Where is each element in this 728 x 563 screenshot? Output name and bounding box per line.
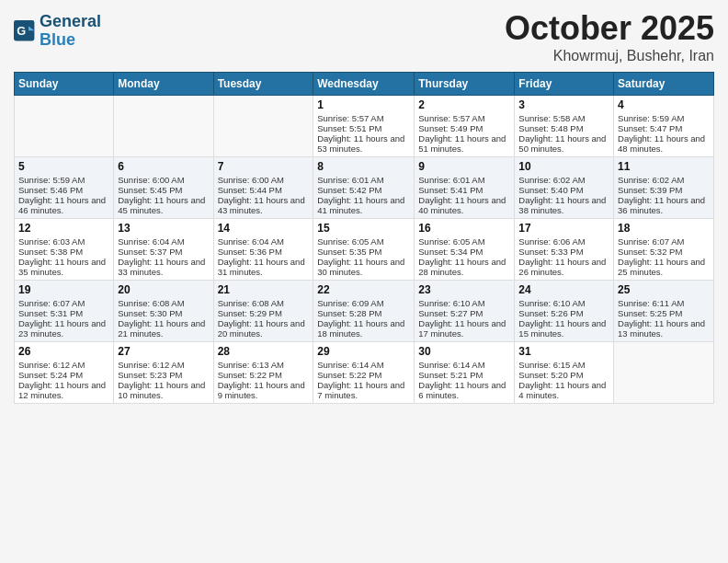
day-info: Daylight: 11 hours and 23 minutes. bbox=[18, 318, 109, 339]
day-info: Sunrise: 6:04 AM bbox=[118, 236, 209, 247]
logo-text: General Blue bbox=[40, 13, 101, 50]
day-info: Sunrise: 6:03 AM bbox=[18, 236, 109, 247]
day-info: Daylight: 11 hours and 31 minutes. bbox=[218, 257, 310, 277]
day-info: Sunset: 5:22 PM bbox=[317, 370, 410, 380]
week-row-1: 1Sunrise: 5:57 AMSunset: 5:51 PMDaylight… bbox=[15, 96, 714, 157]
weekday-header-sunday: Sunday bbox=[15, 73, 114, 96]
day-info: Sunrise: 6:02 AM bbox=[618, 175, 710, 185]
day-info: Daylight: 11 hours and 25 minutes. bbox=[618, 257, 710, 277]
day-info: Sunset: 5:22 PM bbox=[218, 370, 310, 380]
calendar-cell: 24Sunrise: 6:10 AMSunset: 5:26 PMDayligh… bbox=[515, 281, 614, 342]
logo-icon: G bbox=[14, 20, 36, 42]
day-number: 29 bbox=[317, 345, 410, 358]
day-info: Sunset: 5:49 PM bbox=[418, 123, 510, 133]
day-number: 3 bbox=[518, 98, 609, 111]
day-info: Daylight: 11 hours and 50 minutes. bbox=[518, 133, 609, 154]
day-info: Sunrise: 6:01 AM bbox=[418, 175, 510, 185]
day-info: Sunset: 5:21 PM bbox=[418, 370, 510, 380]
calendar-cell: 18Sunrise: 6:07 AMSunset: 5:32 PMDayligh… bbox=[614, 219, 714, 281]
day-info: Sunset: 5:44 PM bbox=[218, 185, 310, 195]
day-info: Sunset: 5:40 PM bbox=[518, 185, 609, 195]
calendar-cell: 28Sunrise: 6:13 AMSunset: 5:22 PMDayligh… bbox=[213, 342, 313, 404]
calendar-cell: 30Sunrise: 6:14 AMSunset: 5:21 PMDayligh… bbox=[415, 342, 515, 404]
day-info: Sunset: 5:28 PM bbox=[317, 308, 410, 318]
day-info: Sunrise: 5:59 AM bbox=[618, 113, 710, 123]
logo-line1: General bbox=[40, 13, 101, 31]
day-info: Sunrise: 6:07 AM bbox=[618, 236, 710, 247]
calendar-cell: 17Sunrise: 6:06 AMSunset: 5:33 PMDayligh… bbox=[515, 219, 614, 281]
day-info: Sunrise: 6:10 AM bbox=[418, 298, 510, 308]
day-number: 27 bbox=[118, 345, 209, 358]
weekday-header-saturday: Saturday bbox=[614, 73, 714, 96]
day-number: 10 bbox=[518, 160, 609, 173]
day-number: 20 bbox=[118, 283, 209, 296]
day-info: Daylight: 11 hours and 45 minutes. bbox=[118, 195, 209, 215]
title-block: October 2025 Khowrmuj, Bushehr, Iran bbox=[505, 9, 714, 64]
day-info: Sunrise: 6:05 AM bbox=[418, 236, 510, 247]
day-info: Daylight: 11 hours and 13 minutes. bbox=[618, 318, 710, 339]
day-info: Daylight: 11 hours and 4 minutes. bbox=[518, 380, 609, 400]
day-info: Daylight: 11 hours and 20 minutes. bbox=[218, 318, 310, 339]
day-info: Daylight: 11 hours and 7 minutes. bbox=[317, 380, 410, 400]
calendar-cell: 14Sunrise: 6:04 AMSunset: 5:36 PMDayligh… bbox=[213, 219, 313, 281]
day-number: 17 bbox=[518, 222, 609, 235]
day-info: Sunrise: 5:57 AM bbox=[418, 113, 510, 123]
calendar-cell bbox=[15, 96, 114, 157]
day-info: Daylight: 11 hours and 10 minutes. bbox=[118, 380, 209, 400]
day-number: 26 bbox=[18, 345, 109, 358]
day-info: Sunrise: 6:08 AM bbox=[218, 298, 310, 308]
day-info: Sunrise: 6:13 AM bbox=[218, 360, 310, 370]
day-info: Sunset: 5:33 PM bbox=[518, 247, 609, 257]
day-info: Sunrise: 6:00 AM bbox=[118, 175, 209, 185]
calendar-cell: 4Sunrise: 5:59 AMSunset: 5:47 PMDaylight… bbox=[614, 96, 714, 157]
calendar-cell: 15Sunrise: 6:05 AMSunset: 5:35 PMDayligh… bbox=[313, 219, 415, 281]
day-number: 11 bbox=[618, 160, 710, 173]
calendar-cell: 26Sunrise: 6:12 AMSunset: 5:24 PMDayligh… bbox=[15, 342, 114, 404]
day-number: 15 bbox=[317, 222, 410, 235]
day-info: Sunrise: 5:57 AM bbox=[317, 113, 410, 123]
calendar-cell: 16Sunrise: 6:05 AMSunset: 5:34 PMDayligh… bbox=[415, 219, 515, 281]
day-info: Daylight: 11 hours and 36 minutes. bbox=[618, 195, 710, 215]
day-info: Daylight: 11 hours and 17 minutes. bbox=[418, 318, 510, 339]
day-info: Daylight: 11 hours and 38 minutes. bbox=[518, 195, 609, 215]
calendar-cell: 13Sunrise: 6:04 AMSunset: 5:37 PMDayligh… bbox=[114, 219, 213, 281]
calendar-cell: 25Sunrise: 6:11 AMSunset: 5:25 PMDayligh… bbox=[614, 281, 714, 342]
day-info: Daylight: 11 hours and 43 minutes. bbox=[218, 195, 310, 215]
calendar-cell: 27Sunrise: 6:12 AMSunset: 5:23 PMDayligh… bbox=[114, 342, 213, 404]
day-info: Daylight: 11 hours and 48 minutes. bbox=[618, 133, 710, 154]
day-info: Daylight: 11 hours and 53 minutes. bbox=[317, 133, 410, 154]
calendar-cell: 1Sunrise: 5:57 AMSunset: 5:51 PMDaylight… bbox=[313, 96, 415, 157]
day-info: Sunset: 5:29 PM bbox=[218, 308, 310, 318]
day-info: Daylight: 11 hours and 26 minutes. bbox=[518, 257, 609, 277]
calendar-cell: 8Sunrise: 6:01 AMSunset: 5:42 PMDaylight… bbox=[313, 157, 415, 219]
day-number: 5 bbox=[18, 160, 109, 173]
day-number: 13 bbox=[118, 222, 209, 235]
weekday-header-row: SundayMondayTuesdayWednesdayThursdayFrid… bbox=[15, 73, 714, 96]
week-row-3: 12Sunrise: 6:03 AMSunset: 5:38 PMDayligh… bbox=[15, 219, 714, 281]
day-info: Sunset: 5:23 PM bbox=[118, 370, 209, 380]
calendar-cell: 22Sunrise: 6:09 AMSunset: 5:28 PMDayligh… bbox=[313, 281, 415, 342]
day-info: Sunrise: 6:10 AM bbox=[518, 298, 609, 308]
day-info: Sunrise: 6:07 AM bbox=[18, 298, 109, 308]
calendar-cell: 5Sunrise: 5:59 AMSunset: 5:46 PMDaylight… bbox=[15, 157, 114, 219]
calendar-cell: 31Sunrise: 6:15 AMSunset: 5:20 PMDayligh… bbox=[515, 342, 614, 404]
day-number: 1 bbox=[317, 98, 410, 111]
day-info: Sunrise: 6:08 AM bbox=[118, 298, 209, 308]
calendar-cell: 23Sunrise: 6:10 AMSunset: 5:27 PMDayligh… bbox=[415, 281, 515, 342]
day-number: 8 bbox=[317, 160, 410, 173]
calendar-cell bbox=[614, 342, 714, 404]
calendar-cell: 10Sunrise: 6:02 AMSunset: 5:40 PMDayligh… bbox=[515, 157, 614, 219]
day-info: Daylight: 11 hours and 18 minutes. bbox=[317, 318, 410, 339]
day-info: Sunrise: 6:14 AM bbox=[317, 360, 410, 370]
calendar-cell: 6Sunrise: 6:00 AMSunset: 5:45 PMDaylight… bbox=[114, 157, 213, 219]
day-info: Sunset: 5:30 PM bbox=[118, 308, 209, 318]
day-info: Sunrise: 6:11 AM bbox=[618, 298, 710, 308]
day-info: Sunset: 5:45 PM bbox=[118, 185, 209, 195]
day-info: Daylight: 11 hours and 33 minutes. bbox=[118, 257, 209, 277]
calendar-cell bbox=[213, 96, 313, 157]
day-number: 28 bbox=[218, 345, 310, 358]
day-number: 7 bbox=[218, 160, 310, 173]
calendar-cell bbox=[114, 96, 213, 157]
day-number: 6 bbox=[118, 160, 209, 173]
day-info: Sunrise: 6:00 AM bbox=[218, 175, 310, 185]
